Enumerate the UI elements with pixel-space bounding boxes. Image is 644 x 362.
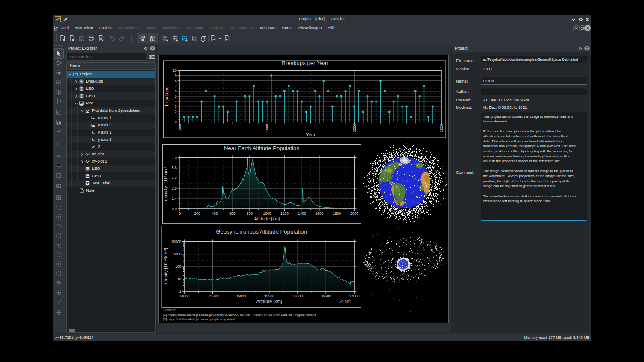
svg-text:2: 2	[175, 110, 177, 114]
svg-text:35500: 35500	[264, 294, 274, 298]
svg-text:×0.001: ×0.001	[339, 300, 351, 304]
svg-text:5.6: 5.6	[172, 166, 177, 170]
svg-text:2.8: 2.8	[172, 186, 177, 190]
svg-text:Sources:: Sources:	[163, 308, 176, 312]
svg-text:Geosynchronous Altitude Popula: Geosynchronous Altitude Population	[216, 228, 307, 235]
svg-text:1800: 1800	[333, 211, 341, 216]
svg-text:Altitude [km]: Altitude [km]	[254, 216, 280, 221]
svg-text:1: 1	[175, 115, 177, 119]
svg-text:1000: 1000	[263, 211, 271, 216]
svg-text:100: 100	[175, 264, 182, 269]
svg-text:1000: 1000	[173, 252, 181, 256]
svg-text:10000: 10000	[171, 240, 181, 244]
svg-text:7.0: 7.0	[172, 156, 177, 160]
svg-text:1960: 1960	[178, 124, 182, 132]
svg-text:8: 8	[175, 79, 177, 83]
svg-text:1600: 1600	[315, 211, 323, 216]
svg-text:Near Earth Altitude Population: Near Earth Altitude Population	[224, 145, 300, 151]
svg-text:6: 6	[175, 89, 177, 93]
svg-text:9: 9	[175, 74, 177, 78]
svg-text:2000: 2000	[350, 211, 358, 216]
svg-text:37000: 37000	[349, 294, 359, 298]
svg-text:[2] https://orbitaldebris.jsc.: [2] https://orbitaldebris.jsc.nasa.gov/p…	[163, 317, 235, 321]
svg-text:1400: 1400	[298, 211, 306, 216]
svg-text:[1] https://orbitaldebris.jsc.: [1] https://orbitaldebris.jsc.nasa.gov/l…	[163, 313, 316, 317]
svg-text:2020: 2020	[440, 124, 444, 132]
svg-text:1200: 1200	[280, 211, 289, 216]
svg-text:3: 3	[175, 104, 177, 109]
svg-text:34500: 34500	[208, 294, 218, 298]
svg-text:Year: Year	[306, 132, 316, 137]
svg-text:600: 600	[229, 211, 236, 216]
svg-text:4: 4	[175, 99, 177, 104]
svg-text:36500: 36500	[321, 294, 331, 298]
svg-text:0: 0	[179, 211, 181, 216]
svg-text:36000: 36000	[292, 294, 303, 298]
svg-text:10: 10	[177, 277, 182, 281]
svg-text:1980: 1980	[265, 124, 269, 132]
svg-text:34000: 34000	[179, 294, 189, 298]
svg-text:0.0: 0.0	[172, 207, 177, 211]
svg-text:35000: 35000	[236, 294, 246, 298]
svg-text:400: 400	[212, 211, 218, 216]
svg-text:density [10-8km-3]: density [10-8km-3]	[163, 165, 168, 201]
svg-text:Breakups per Year: Breakups per Year	[282, 60, 328, 66]
svg-text:Altitude [km]: Altitude [km]	[256, 299, 283, 304]
svg-text:2000: 2000	[352, 124, 357, 132]
svg-text:breakups: breakups	[164, 86, 169, 106]
svg-text:7: 7	[175, 84, 177, 88]
svg-text:5: 5	[175, 94, 177, 98]
svg-text:1: 1	[179, 289, 182, 294]
svg-text:10: 10	[173, 68, 177, 73]
svg-text:1.4: 1.4	[172, 196, 177, 201]
svg-text:800: 800	[247, 211, 253, 216]
svg-text:0: 0	[175, 120, 177, 124]
svg-text:200: 200	[194, 211, 201, 216]
svg-text:4.2: 4.2	[172, 176, 177, 180]
svg-text:density [10-12km-3]: density [10-12km-3]	[163, 248, 168, 285]
